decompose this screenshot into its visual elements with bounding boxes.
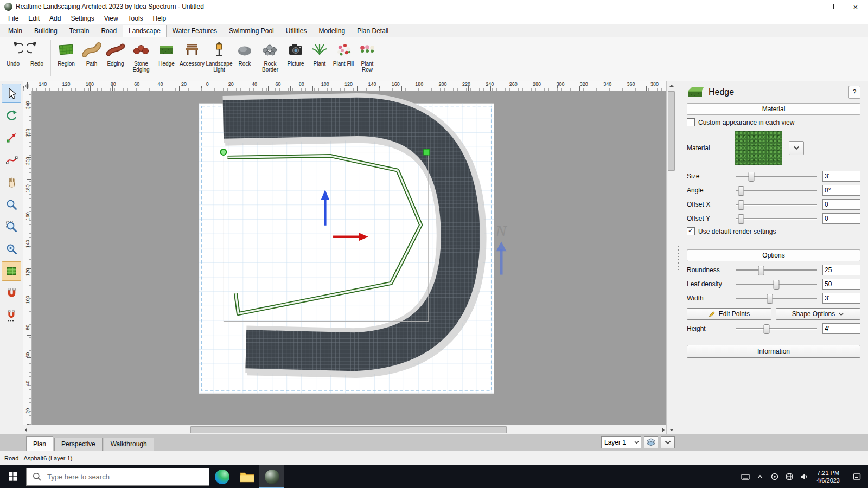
custom-appearance-row[interactable]: Custom appearance in each view [687,118,860,126]
start-button[interactable] [0,465,26,488]
offset-y-slider-thumb[interactable] [738,214,744,224]
action-center-button[interactable] [845,465,868,488]
scroll-up-arrow[interactable] [667,81,676,90]
menu-help[interactable]: Help [148,14,171,23]
tray-status-icon[interactable] [767,465,782,488]
ribbon-tab-modeling[interactable]: Modeling [312,25,351,37]
volume-icon[interactable] [796,465,811,488]
accessory-button[interactable]: Accessory [178,39,206,67]
select-tool[interactable] [2,84,21,103]
search-input[interactable] [46,472,203,481]
taskbar-explorer-button[interactable] [234,465,259,488]
landscape-light-button[interactable]: Landscape Light [206,39,233,73]
hedge-start-handle[interactable] [220,149,226,155]
plan-view-tab[interactable]: Plan [26,436,53,451]
offset-y-slider[interactable] [735,214,818,223]
vertical-scroll-thumb[interactable] [668,91,675,171]
scroll-down-arrow[interactable] [667,426,676,434]
path-button[interactable]: Path [80,39,104,67]
material-dropdown-button[interactable] [789,141,804,155]
material-swatch[interactable] [735,131,782,165]
network-globe-icon[interactable] [782,465,796,488]
maximize-button[interactable] [818,0,843,13]
rock-button[interactable]: Rock [233,39,257,67]
ribbon-tab-building[interactable]: Building [28,25,63,37]
plant-button[interactable]: Plant [308,39,331,67]
leaf-density-slider-thumb[interactable] [774,280,780,290]
taskbar-clock[interactable]: 7:21 PM 4/6/2023 [811,469,845,484]
undo-button[interactable]: Undo [1,39,25,67]
scroll-left-arrow[interactable] [25,428,27,432]
ribbon-tab-plan-detail[interactable]: Plan Detail [351,25,394,37]
minimize-button[interactable] [793,0,818,13]
menu-add[interactable]: Add [44,14,66,23]
zoom-tool[interactable] [2,195,21,214]
menu-settings[interactable]: Settings [66,14,99,23]
leaf-density-slider[interactable] [735,279,818,289]
size-input[interactable] [822,171,860,182]
region-button[interactable]: Region [53,39,80,67]
taskbar-landscaping-app-button[interactable] [259,465,284,488]
width-slider-thumb[interactable] [767,294,773,304]
menu-view[interactable]: View [99,14,123,23]
perspective-view-tab[interactable]: Perspective [54,438,103,451]
horizontal-scrollbar[interactable] [23,425,666,434]
width-slider[interactable] [735,293,818,303]
height-slider-thumb[interactable] [763,324,769,334]
taskbar-edge-button[interactable] [209,465,234,488]
hedge-end-handle[interactable] [424,149,430,155]
leaf-density-input[interactable] [822,279,860,290]
shape-options-button[interactable]: Shape Options [776,308,860,320]
scroll-right-arrow[interactable] [662,428,665,432]
offset-x-input[interactable] [822,199,860,210]
angle-slider[interactable] [735,185,818,195]
offset-y-input[interactable] [822,213,860,224]
edging-button[interactable]: Edging [104,39,127,67]
menu-file[interactable]: File [3,14,23,23]
offset-x-slider-thumb[interactable] [738,200,744,210]
width-input[interactable] [822,293,860,304]
ribbon-tab-water-features[interactable]: Water Features [167,25,223,37]
menu-tools[interactable]: Tools [123,14,148,23]
plant-fill-button[interactable]: Plant Fill [331,39,355,67]
edit-points-button[interactable]: Edit Points [687,308,771,320]
angle-slider-thumb[interactable] [738,186,744,196]
information-button[interactable]: Information [687,345,860,358]
taskbar-search[interactable] [26,468,209,486]
panel-splitter[interactable] [676,81,680,434]
walkthrough-view-tab[interactable]: Walkthrough [104,438,154,451]
custom-appearance-checkbox[interactable] [687,118,695,126]
roundness-slider-thumb[interactable] [758,266,764,275]
layer-select[interactable]: Layer 1 [601,436,641,448]
help-button[interactable]: ? [848,86,860,99]
picture-button[interactable]: Picture [284,39,308,67]
use-default-render-row[interactable]: Use default render settings [687,227,860,235]
use-default-render-checkbox[interactable] [687,227,695,235]
ribbon-tab-main[interactable]: Main [2,25,28,37]
ribbon-tab-utilities[interactable]: Utilities [280,25,313,37]
rock-border-button[interactable]: Rock Border [257,39,284,73]
ribbon-tab-swimming-pool[interactable]: Swimming Pool [223,25,280,37]
close-button[interactable]: × [843,0,868,13]
tray-expand-chevron-icon[interactable] [752,465,767,488]
ribbon-tab-terrain[interactable]: Terrain [63,25,95,37]
height-slider[interactable] [735,324,818,333]
plant-row-button[interactable]: Plant Row [355,39,379,73]
snap-options-tool[interactable] [2,306,21,325]
touch-keyboard-icon[interactable] [738,465,752,488]
roundness-slider[interactable] [735,265,818,275]
offset-x-slider[interactable] [735,200,818,209]
ribbon-tab-landscape[interactable]: Landscape [123,25,167,37]
stone-edging-button[interactable]: Stone Edging [127,39,155,73]
canvas-viewport[interactable]: N [32,91,666,425]
hedge-button[interactable]: Hedge [155,39,178,67]
height-input[interactable] [822,323,860,334]
size-slider-thumb[interactable] [748,172,754,182]
ribbon-tab-road[interactable]: Road [95,25,123,37]
menu-edit[interactable]: Edit [23,14,44,23]
angle-input[interactable] [822,185,860,196]
redo-button[interactable]: Redo [25,39,49,67]
vertical-scrollbar[interactable] [666,81,676,434]
plan-canvas[interactable]: N [32,91,666,425]
layers-button[interactable] [644,436,658,448]
